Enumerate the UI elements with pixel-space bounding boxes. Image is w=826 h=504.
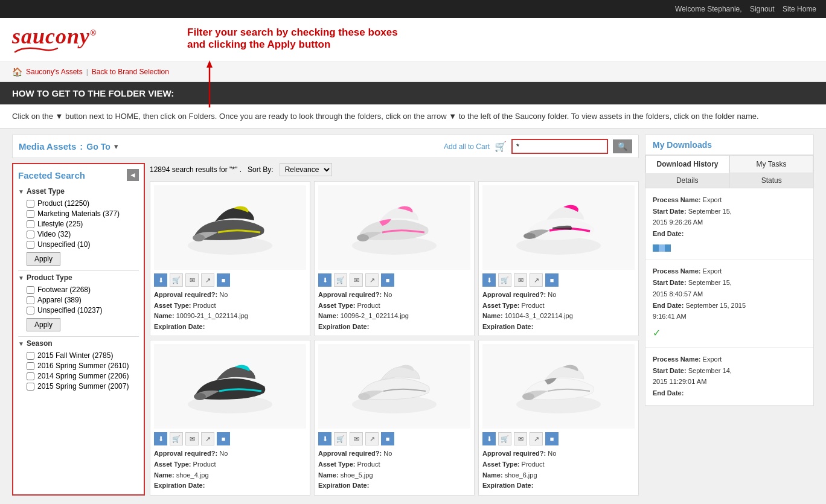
color-icon[interactable]: ■ (217, 273, 230, 287)
subtab-status[interactable]: Status (730, 173, 814, 188)
color-icon[interactable]: ■ (381, 432, 394, 445)
asset-type-section: ▼ Asset Type Product (12250) Marketing M… (18, 187, 139, 266)
email-icon[interactable]: ✉ (185, 432, 199, 445)
email-icon[interactable]: ✉ (350, 432, 363, 445)
season-header: ▼ Season (18, 339, 139, 348)
fw2015-checkbox[interactable] (27, 352, 34, 360)
apply-asset-type-button[interactable]: Apply (27, 252, 60, 266)
signout-link[interactable]: Signout (750, 5, 775, 13)
product-type-label: Product Type (27, 273, 72, 282)
product-card: ⬇ 🛒 ✉ ↗ ■ Approval required?: No Asset T… (150, 181, 310, 336)
ss2016-label: 2016 Spring Summer (2610) (37, 362, 129, 370)
share-icon[interactable]: ↗ (530, 432, 543, 445)
breadcrumb-back-to-brand[interactable]: Back to Brand Selection (92, 68, 169, 76)
cart-add-icon[interactable]: 🛒 (334, 432, 347, 445)
info-text: Click on the ▼ button next to HOME, then… (0, 104, 826, 129)
color-icon[interactable]: ■ (545, 273, 559, 287)
footwear-label: Footwear (2268) (37, 285, 91, 294)
home-icon[interactable]: 🏠 (12, 67, 22, 77)
shoe-image-2 (346, 191, 443, 264)
complete-checkmark-icon: ✓ (653, 325, 806, 341)
svg-marker-1 (206, 60, 213, 68)
download-item: Process Name: Export Start Date: Septemb… (645, 348, 813, 406)
lifestyle-checkbox[interactable] (27, 220, 34, 228)
search-input[interactable] (511, 139, 608, 154)
site-home-link[interactable]: Site Home (783, 5, 816, 13)
cart-add-icon[interactable]: 🛒 (334, 273, 347, 287)
results-query: "*" (229, 165, 237, 174)
cart-add-icon[interactable]: 🛒 (498, 432, 511, 445)
product-meta: Approval required?: No Asset Type: Produ… (482, 448, 635, 491)
email-icon[interactable]: ✉ (514, 273, 527, 287)
results-count: 12894 (150, 165, 170, 174)
cart-add-icon[interactable]: 🛒 (170, 273, 183, 287)
email-icon[interactable]: ✉ (185, 273, 199, 287)
unspecified-checkbox[interactable] (27, 241, 34, 249)
breadcrumb-saucony-assets[interactable]: Saucony's Assets (26, 68, 83, 76)
share-icon[interactable]: ↗ (365, 432, 379, 445)
email-icon[interactable]: ✉ (514, 432, 527, 445)
cart-add-icon[interactable]: 🛒 (170, 432, 183, 445)
add-all-button[interactable]: Add all to Cart (444, 142, 490, 151)
shoe-image-6 (510, 350, 607, 423)
tab-my-tasks[interactable]: My Tasks (729, 155, 813, 173)
marketing-checkbox[interactable] (27, 210, 34, 218)
ss2014-label: 2014 Spring Summer (2206) (37, 372, 129, 380)
unspecified-label: Unspecified (10) (37, 240, 90, 249)
assets-title: Media Assets (19, 141, 76, 152)
unspecified-pt-checkbox[interactable] (27, 307, 34, 314)
faceted-search-panel: Faceted Search ◄ ▼ Asset Type Product (1… (12, 163, 145, 496)
share-icon[interactable]: ↗ (365, 273, 379, 287)
product-meta: Approval required?: No Asset Type: Produ… (154, 290, 306, 332)
ss2015-checkbox[interactable] (27, 383, 34, 391)
ss2014-checkbox[interactable] (27, 372, 34, 380)
search-button[interactable]: 🔍 (613, 139, 632, 153)
ss2015-label: 2015 Spring Summer (2007) (37, 382, 129, 391)
downloads-tabs: Download History My Tasks (645, 155, 813, 173)
share-icon[interactable]: ↗ (201, 273, 214, 287)
svg-point-13 (522, 393, 534, 400)
product-card: ⬇ 🛒 ✉ ↗ ■ Approval required?: No Asset T… (478, 181, 639, 336)
download-icon[interactable]: ⬇ (482, 432, 496, 445)
download-icon[interactable]: ⬇ (154, 432, 167, 445)
product-actions: ⬇ 🛒 ✉ ↗ ■ (318, 273, 470, 287)
download-icon[interactable]: ⬇ (482, 273, 496, 287)
product-image-area (482, 344, 635, 429)
goto-chevron-icon[interactable]: ▾ (114, 142, 118, 151)
product-actions: ⬇ 🛒 ✉ ↗ ■ (482, 273, 635, 287)
apparel-checkbox[interactable] (27, 296, 34, 304)
facet-item: 2015 Spring Summer (2007) (27, 382, 139, 391)
tab-download-history[interactable]: Download History (645, 155, 729, 173)
download-icon[interactable]: ⬇ (318, 432, 331, 445)
collapse-button[interactable]: ◄ (127, 169, 139, 181)
cart-icon[interactable]: 🛒 (495, 141, 507, 152)
email-icon[interactable]: ✉ (350, 273, 363, 287)
subtab-details[interactable]: Details (645, 173, 730, 188)
download-icon[interactable]: ⬇ (318, 273, 331, 287)
product-image-area (318, 185, 470, 270)
breadcrumb: 🏠 Saucony's Assets | Back to Brand Selec… (0, 62, 826, 82)
asset-type-arrow-icon: ▼ (18, 188, 24, 195)
color-icon[interactable]: ■ (217, 432, 230, 445)
video-checkbox[interactable] (27, 231, 34, 238)
product-meta: Approval required?: No Asset Type: Produ… (482, 290, 635, 332)
shoe-image-4 (182, 350, 278, 423)
facet-item: Product (12250) (27, 199, 139, 208)
apply-product-type-button[interactable]: Apply (27, 318, 60, 331)
product-checkbox[interactable] (27, 200, 34, 208)
ss2016-checkbox[interactable] (27, 362, 34, 370)
cart-add-icon[interactable]: 🛒 (498, 273, 511, 287)
color-icon[interactable]: ■ (381, 273, 394, 287)
share-icon[interactable]: ↗ (530, 273, 543, 287)
download-icon[interactable]: ⬇ (154, 273, 167, 287)
product-meta: Approval required?: No Asset Type: Produ… (318, 290, 470, 332)
info-banner-title: HOW TO GET TO THE FOLDER VIEW: (12, 88, 174, 98)
product-image-area (154, 185, 306, 270)
share-icon[interactable]: ↗ (201, 432, 214, 445)
color-icon[interactable]: ■ (545, 432, 559, 445)
shoe-image-3 (510, 191, 607, 264)
results-header: 12894 search results for "*" . Sort By: … (150, 163, 639, 176)
footwear-checkbox[interactable] (27, 286, 34, 294)
sort-select[interactable]: Relevance Date Name Size (280, 163, 332, 176)
video-label: Video (32) (37, 230, 71, 238)
